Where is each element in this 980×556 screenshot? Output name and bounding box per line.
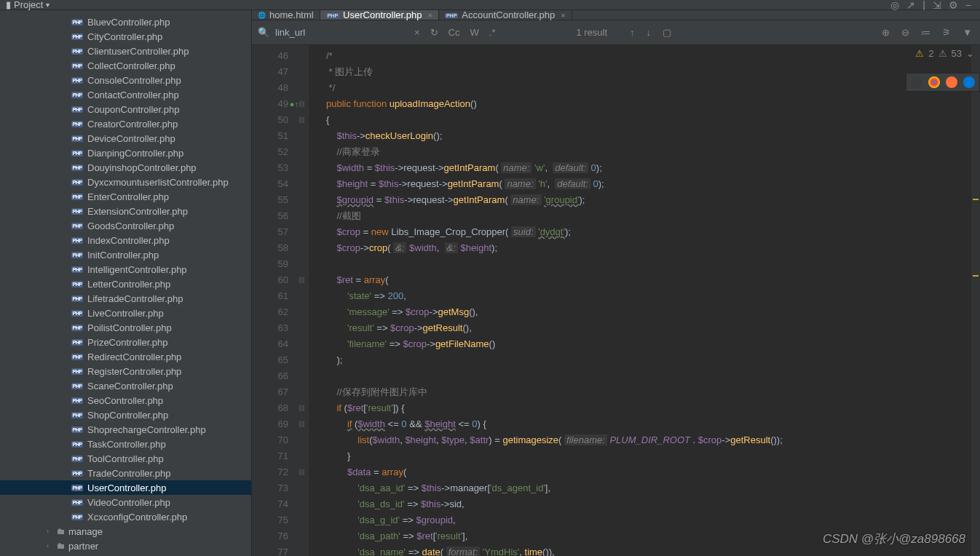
file-InitController.php[interactable]: InitController.php [0,247,251,262]
php-file-icon [71,177,83,187]
file-CouponController.php[interactable]: CouponController.php [0,102,251,116]
whole-word[interactable]: W [467,27,481,38]
folder-icon: 🖿 [57,541,66,551]
file-LifetradeController.php[interactable]: LifetradeController.php [0,291,251,306]
line-number: 77 [278,544,288,556]
gear-icon[interactable]: ⚙ [949,0,958,11]
tab-UserController.php[interactable]: PHPUserController.php× [320,10,439,20]
file-UserController.php[interactable]: UserController.php [0,480,251,495]
folder-partner[interactable]: ›🖿partner [0,539,251,553]
folder-manage[interactable]: ›🖿manage [0,524,251,539]
file-TaskController.php[interactable]: TaskController.php [0,437,251,451]
line-number: 58 [278,240,288,256]
fold-icon[interactable]: ⊟ [299,96,304,112]
file-name: ClientuserController.php [87,46,189,57]
file-CollectController.php[interactable]: CollectController.php [0,58,251,73]
file-BluevController.php[interactable]: BluevController.php [0,15,251,29]
file-DouyinshopController.php[interactable]: DouyinshopController.php [0,160,251,175]
file-CreatorController.php[interactable]: CreatorController.php [0,116,251,131]
file-ScaneController.php[interactable]: ScaneController.php [0,378,251,393]
tab-home.html[interactable]: 🌐home.html [252,10,320,20]
fold-icon[interactable]: ⊟ [299,416,304,432]
line-number: 55 [278,192,288,208]
file-ToolController.php[interactable]: ToolController.php [0,451,251,466]
file-name: CollectController.php [87,60,175,71]
ide-icon[interactable] [911,76,922,88]
file-LiveController.php[interactable]: LiveController.php [0,306,251,320]
search-result-count: 1 result [576,27,607,38]
method-marker-icon[interactable]: ●↑ [290,96,299,112]
fold-icon[interactable]: ⊟ [299,400,304,416]
file-ClientuserController.php[interactable]: ClientuserController.php [0,44,251,58]
error-count: 53 [952,48,962,59]
file-GoodsController.php[interactable]: GoodsController.php [0,218,251,233]
file-LetterController.php[interactable]: LetterController.php [0,277,251,291]
file-XcxconfigController.php[interactable]: XcxconfigController.php [0,509,251,524]
file-DianpingController.php[interactable]: DianpingController.php [0,146,251,160]
edge-icon[interactable] [963,76,975,88]
file-RegisterController.php[interactable]: RegisterController.php [0,364,251,378]
error-stripe[interactable] [971,45,980,556]
fold-icon[interactable]: ⊟ [299,464,304,480]
select-all-icon[interactable]: ▢ [660,27,673,38]
file-VideoController.php[interactable]: VideoController.php [0,495,251,509]
file-TradeController.php[interactable]: TradeController.php [0,466,251,480]
next-match-icon[interactable]: ↓ [644,27,654,38]
hide-icon[interactable]: − [965,0,971,11]
line-number: 75 [278,512,288,528]
chrome-icon[interactable] [928,76,940,88]
file-CityController.php[interactable]: CityController.php [0,29,251,44]
tab-label: home.html [269,10,314,20]
file-name: XcxconfigController.php [87,512,187,523]
file-IntelligentController.php[interactable]: IntelligentController.php [0,262,251,277]
file-name: IndexController.php [87,235,170,246]
file-type-icon: PHP [445,12,458,19]
firefox-icon[interactable] [946,76,957,88]
close-tab-icon[interactable]: × [561,11,565,20]
file-DyxcxmountuserlistController.php[interactable]: DyxcxmountuserlistController.php [0,175,251,189]
file-ContactController.php[interactable]: ContactController.php [0,87,251,102]
file-ShopController.php[interactable]: ShopController.php [0,408,251,422]
file-DeviceController.php[interactable]: DeviceController.php [0,131,251,146]
file-ShoprechargeController.php[interactable]: ShoprechargeController.php [0,422,251,437]
browser-preview[interactable] [906,73,980,92]
close-tab-icon[interactable]: × [428,11,432,20]
project-tree[interactable]: BluevController.phpCityController.phpCli… [0,10,251,553]
remove-selection-icon[interactable]: ⊖ [899,27,912,38]
file-name: ConsoleController.php [87,75,181,86]
file-name: InitController.php [87,250,159,261]
target-icon[interactable]: ◎ [890,0,899,11]
file-EnterController.php[interactable]: EnterController.php [0,189,251,204]
file-name: ScaneController.php [87,381,173,392]
file-name: PrizeController.php [87,337,168,348]
file-ExtensionController.php[interactable]: ExtensionController.php [0,204,251,218]
history-icon[interactable]: ↻ [428,27,440,38]
search-input[interactable] [275,27,406,38]
arrow-icon[interactable]: ↗ [906,0,915,11]
file-PrizeController.php[interactable]: PrizeController.php [0,335,251,349]
clear-search-icon[interactable]: × [412,27,422,38]
file-SeoController.php[interactable]: SeoController.php [0,393,251,408]
project-tool-label[interactable]: ▮ Project ▾ [0,0,55,10]
collapse-icon[interactable]: ⇲ [933,0,941,11]
regex-icon[interactable]: .* [487,27,498,38]
fold-icon[interactable]: ⊟ [299,112,304,128]
file-ConsoleController.php[interactable]: ConsoleController.php [0,73,251,87]
php-file-icon [71,162,83,172]
code-editor[interactable]: /* * 图片上传 */public function uploadImageA… [309,45,980,556]
line-number: 73 [278,480,288,496]
filter-icon[interactable]: ▼ [960,27,974,38]
line-gutter[interactable]: 46474849●↑⊟50⊟51525354555657585960⊟61626… [252,45,309,556]
file-PoilistController.php[interactable]: PoilistController.php [0,320,251,335]
tab-AccountController.php[interactable]: PHPAccountController.php× [439,10,572,20]
fold-icon[interactable]: ⊟ [299,272,304,288]
match-case[interactable]: Cc [446,27,462,38]
toggle-icon[interactable]: ≔ [919,27,933,38]
inspection-widget[interactable]: ⚠2 ⚠53 ⌄ [915,48,974,59]
file-RedirectController.php[interactable]: RedirectController.php [0,349,251,364]
tab-label: AccountController.php [462,10,555,20]
prev-match-icon[interactable]: ↑ [628,27,637,38]
settings-icon[interactable]: ⚞ [940,27,953,38]
add-selection-icon[interactable]: ⊕ [880,27,892,38]
file-IndexController.php[interactable]: IndexController.php [0,233,251,247]
